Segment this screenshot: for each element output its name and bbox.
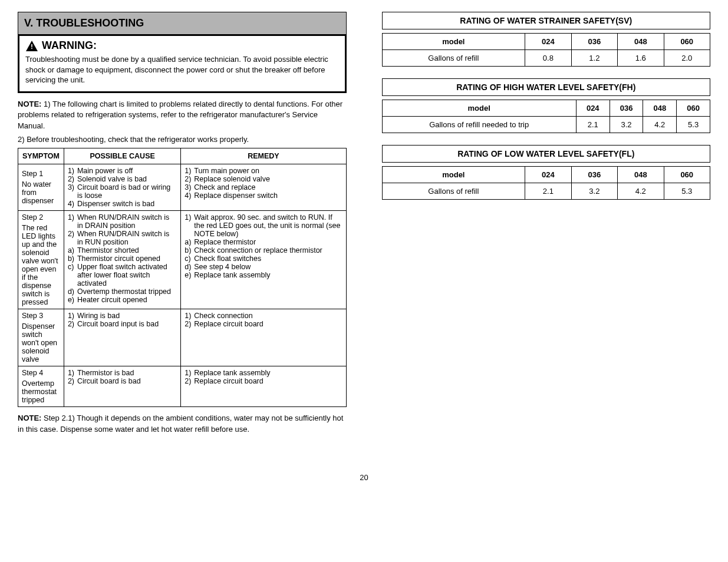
refill-header: model xyxy=(382,34,525,50)
refill-header: model xyxy=(382,100,576,117)
post-note-block: NOTE: Step 2.1) Though it depends on the… xyxy=(18,413,347,435)
refill-row-label: Gallons of refill xyxy=(382,50,525,67)
refill-block: RATING OF WATER STRAINER SAFETY(SV)model… xyxy=(382,12,711,67)
refill-header: 024 xyxy=(576,100,610,117)
refill-table: model024036048060Gallons of refill neede… xyxy=(382,100,711,133)
warning-body: Troubleshooting must be done by a qualif… xyxy=(25,54,339,85)
refill-table: model024036048060Gallons of refill0.81.2… xyxy=(382,33,711,67)
note-label: NOTE: xyxy=(18,100,41,108)
cause-cell: 1)Wiring is bad2)Circuit board input is … xyxy=(64,309,180,366)
refill-value: 1.6 xyxy=(618,50,664,67)
th-symptom: SYMPTOM xyxy=(18,148,64,164)
warning-label: WARNING: xyxy=(42,39,97,52)
troubleshoot-table: SYMPTOM POSSIBLE CAUSE REMEDY Step 1No w… xyxy=(18,148,347,407)
refill-value: 4.2 xyxy=(643,117,677,133)
th-remedy: REMEDY xyxy=(181,148,346,164)
table-row: Step 4Overtemp thermostat tripped xyxy=(18,366,64,407)
refill-value: 5.3 xyxy=(664,183,710,200)
table-row: Step 2The red LED lights up and the sole… xyxy=(18,211,64,309)
refill-value: 2.0 xyxy=(664,50,710,67)
cause-cell: 1)Main power is off2)Solenoid valve is b… xyxy=(64,164,180,211)
refill-title: RATING OF HIGH WATER LEVEL SAFETY(FH) xyxy=(382,78,711,96)
refill-header: 048 xyxy=(618,167,664,183)
refill-header: 024 xyxy=(525,167,571,183)
cause-cell: 1)When RUN/DRAIN switch is in DRAIN posi… xyxy=(64,211,180,309)
refill-header: 024 xyxy=(525,34,571,50)
refill-value: 1.2 xyxy=(571,50,617,67)
refill-header: 060 xyxy=(664,34,710,50)
refill-title: RATING OF WATER STRAINER SAFETY(SV) xyxy=(382,12,711,29)
note-1: 1) The following chart is limited to pro… xyxy=(18,100,342,131)
remedy-cell: 1)Check connection2)Replace circuit boar… xyxy=(181,309,346,366)
post-note: Step 2.1) Though it depends on the ambie… xyxy=(18,414,343,434)
refill-row-label: Gallons of refill needed to trip xyxy=(382,117,576,133)
svg-text:!: ! xyxy=(31,42,33,51)
section-title: V. TROUBLESHOOTING xyxy=(18,12,347,35)
warning-box: ! WARNING: Troubleshooting must be done … xyxy=(18,34,347,93)
refill-value: 4.2 xyxy=(618,183,664,200)
refill-value: 5.3 xyxy=(677,117,710,133)
refill-value: 0.8 xyxy=(525,50,571,67)
refill-table: model024036048060Gallons of refill2.13.2… xyxy=(382,166,711,200)
table-row: Step 1No water from dispenser xyxy=(18,164,64,211)
remedy-cell: 1)Replace tank assembly2)Replace circuit… xyxy=(181,366,346,407)
refill-block: RATING OF HIGH WATER LEVEL SAFETY(FH)mod… xyxy=(382,78,711,133)
refill-value: 3.2 xyxy=(610,117,643,133)
refill-row-label: Gallons of refill xyxy=(382,183,525,200)
refill-header: 060 xyxy=(664,167,710,183)
post-note-label: NOTE: xyxy=(18,414,41,422)
note-2: 2) Before troubleshooting, check that th… xyxy=(18,134,347,146)
refill-value: 2.1 xyxy=(525,183,571,200)
refill-header: model xyxy=(382,167,525,183)
refill-value: 3.2 xyxy=(571,183,617,200)
refill-header: 036 xyxy=(571,34,617,50)
th-cause: POSSIBLE CAUSE xyxy=(64,148,180,164)
page-number: 20 xyxy=(18,473,710,482)
cause-cell: 1)Thermistor is bad2)Circuit board is ba… xyxy=(64,366,180,407)
refill-block: RATING OF LOW WATER LEVEL SAFETY(FL)mode… xyxy=(382,145,711,200)
refill-header: 036 xyxy=(571,167,617,183)
remedy-cell: 1)Turn main power on2)Replace solenoid v… xyxy=(181,164,346,211)
refill-title: RATING OF LOW WATER LEVEL SAFETY(FL) xyxy=(382,145,711,163)
remedy-cell: 1)Wait approx. 90 sec. and switch to RUN… xyxy=(181,211,346,309)
refill-header: 048 xyxy=(618,34,664,50)
refill-header: 036 xyxy=(610,100,643,117)
notes-block: NOTE: 1) The following chart is limited … xyxy=(18,99,347,146)
refill-header: 048 xyxy=(643,100,677,117)
table-row: Step 3Dispenser switch won't open soleno… xyxy=(18,309,64,366)
refill-value: 2.1 xyxy=(576,117,610,133)
refill-header: 060 xyxy=(677,100,710,117)
warning-icon: ! xyxy=(25,40,38,52)
